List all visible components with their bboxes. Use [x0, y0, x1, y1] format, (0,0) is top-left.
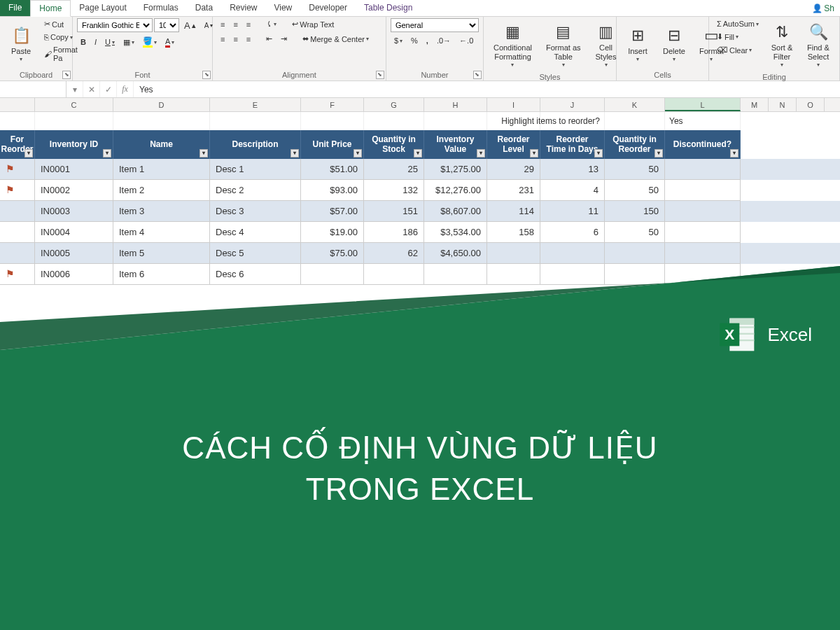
fill-color-button[interactable]: 🪣▾ [139, 35, 160, 49]
merge-center-button[interactable]: ⬌Merge & Center▾ [299, 33, 372, 45]
cell-qty[interactable]: 186 [364, 222, 424, 243]
sort-filter-button[interactable]: ⇅Sort & Filter▾ [765, 18, 799, 71]
worksheet[interactable]: Highlight items to reorder? Yes For Reor… [0, 112, 840, 285]
tab-table-design[interactable]: Table Design [356, 0, 421, 16]
underline-button[interactable]: U▾ [102, 36, 118, 48]
cell-qty[interactable]: 132 [364, 180, 424, 201]
highlight-value-cell[interactable]: Yes [665, 112, 741, 130]
bold-button[interactable]: B [77, 36, 90, 48]
column-header-D[interactable]: D [113, 98, 210, 111]
cell-qre[interactable]: 50 [605, 222, 665, 243]
cell-desc[interactable]: Desc 4 [210, 222, 301, 243]
autosum-button[interactable]: ΣAutoSum▾ [713, 18, 762, 29]
clipboard-launcher[interactable]: ⬊ [62, 71, 71, 79]
comma-button[interactable]: , [423, 35, 432, 46]
font-color-button[interactable]: A▾ [162, 36, 178, 49]
th-id[interactable]: Inventory ID▾ [35, 130, 113, 159]
find-select-button[interactable]: 🔍Find & Select▾ [802, 18, 835, 71]
formula-input[interactable]: Yes [134, 83, 840, 96]
cell-disc[interactable] [665, 243, 741, 264]
col-header[interactable] [0, 98, 35, 111]
font-launcher[interactable]: ⬊ [202, 71, 211, 79]
wrap-text-button[interactable]: ↩Wrap Text [288, 18, 337, 30]
cancel-formula-button[interactable]: ✕ [83, 81, 100, 97]
font-name-select[interactable]: Franklin Gothic Boo [77, 18, 153, 32]
cell-desc[interactable]: Desc 1 [210, 159, 301, 180]
cell-name[interactable]: Item 5 [113, 243, 210, 264]
column-header-O[interactable]: O [797, 98, 825, 111]
cell-price[interactable]: $57.00 [301, 201, 364, 222]
th-reorder[interactable]: For Reorder▾ [0, 130, 35, 159]
percent-button[interactable]: % [407, 35, 421, 46]
cell-val[interactable]: $12,276.00 [424, 180, 487, 201]
cell-disc[interactable] [665, 159, 741, 180]
decrease-decimal-button[interactable]: ←.0 [456, 35, 477, 46]
filter-icon[interactable]: ▾ [654, 149, 663, 158]
column-header-J[interactable]: J [540, 98, 605, 111]
italic-button[interactable]: I [91, 36, 100, 48]
format-as-table-button[interactable]: ▤Format as Table▾ [540, 18, 587, 71]
cell-lvl[interactable]: 29 [487, 159, 540, 180]
number-launcher[interactable]: ⬊ [473, 71, 482, 79]
name-box-dropdown[interactable]: ▾ [66, 81, 83, 97]
cell-name[interactable]: Item 2 [113, 180, 210, 201]
column-header-G[interactable]: G [364, 98, 424, 111]
cell-disc[interactable] [665, 201, 741, 222]
th-name[interactable]: Name▾ [113, 130, 210, 159]
tab-review[interactable]: Review [221, 0, 265, 16]
cell-desc[interactable]: Desc 2 [210, 180, 301, 201]
th-disc[interactable]: Discontinued?▾ [665, 130, 741, 159]
cell-days[interactable]: 4 [540, 180, 605, 201]
cell-val[interactable]: $4,650.00 [424, 243, 487, 264]
share-button[interactable]: 👤Sh [806, 0, 840, 16]
th-qre[interactable]: Quantity in Reorder▾ [605, 130, 665, 159]
cell-val[interactable]: $1,275.00 [424, 159, 487, 180]
tab-formulas[interactable]: Formulas [135, 0, 187, 16]
tab-data[interactable]: Data [187, 0, 221, 16]
align-center-button[interactable]: ≡ [230, 34, 241, 45]
paste-button[interactable]: 📋 Paste▾ [4, 18, 38, 69]
cell-days[interactable]: 6 [540, 222, 605, 243]
fill-button[interactable]: ⬇Fill▾ [713, 31, 762, 43]
column-header-C[interactable]: C [35, 98, 113, 111]
column-header-I[interactable]: I [487, 98, 540, 111]
th-qty[interactable]: Quantity in Stock▾ [364, 130, 424, 159]
filter-icon[interactable]: ▾ [594, 149, 603, 158]
cell-flag[interactable]: ⚑ [0, 159, 35, 180]
tab-view[interactable]: View [265, 0, 300, 16]
increase-font-button[interactable]: A▴ [181, 19, 200, 32]
cell-lvl[interactable] [487, 243, 540, 264]
table-row[interactable]: ⚑IN0001Item 1Desc 1$51.0025$1,275.002913… [0, 159, 840, 180]
column-header-K[interactable]: K [605, 98, 665, 111]
cell-val[interactable]: $8,607.00 [424, 201, 487, 222]
tab-developer[interactable]: Developer [300, 0, 356, 16]
increase-indent-button[interactable]: ⇥ [277, 33, 290, 45]
table-row[interactable]: IN0004Item 4Desc 4$19.00186$3,534.001586… [0, 222, 840, 243]
column-header-M[interactable]: M [741, 98, 769, 111]
cell-desc[interactable]: Desc 5 [210, 243, 301, 264]
cell-name[interactable]: Item 3 [113, 201, 210, 222]
align-left-button[interactable]: ≡ [217, 34, 228, 45]
cell-days[interactable]: 13 [540, 159, 605, 180]
cell-lvl[interactable]: 231 [487, 180, 540, 201]
column-header-F[interactable]: F [301, 98, 364, 111]
number-format-select[interactable]: General [391, 18, 479, 32]
enter-formula-button[interactable]: ✓ [100, 81, 117, 97]
filter-icon[interactable]: ▾ [200, 149, 208, 158]
filter-icon[interactable]: ▾ [354, 149, 362, 158]
cell-id[interactable]: IN0004 [35, 222, 113, 243]
filter-icon[interactable]: ▾ [103, 149, 111, 158]
align-right-button[interactable]: ≡ [243, 34, 254, 45]
cell-qty[interactable]: 151 [364, 201, 424, 222]
filter-icon[interactable]: ▾ [477, 149, 485, 158]
font-size-select[interactable]: 10 [154, 18, 179, 32]
cell-qre[interactable] [605, 243, 665, 264]
name-box[interactable] [0, 81, 66, 97]
cell-price[interactable]: $75.00 [301, 243, 364, 264]
cell-price[interactable]: $19.00 [301, 222, 364, 243]
filter-icon[interactable]: ▾ [414, 149, 422, 158]
cell-qre[interactable]: 150 [605, 201, 665, 222]
cell-name[interactable]: Item 1 [113, 159, 210, 180]
cell-qre[interactable]: 50 [605, 159, 665, 180]
table-row[interactable]: IN0005Item 5Desc 5$75.0062$4,650.00 [0, 243, 840, 264]
